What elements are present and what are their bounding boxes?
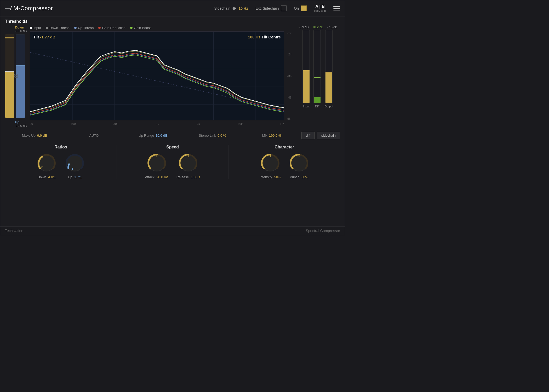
freq-300: 300: [113, 122, 118, 125]
intensity-knob-svg: [260, 153, 281, 173]
mix-val: 100.0 %: [269, 134, 282, 137]
intensity-item: Intensity 50%: [260, 153, 281, 179]
vu-input-group: Input: [302, 30, 310, 111]
thresholds-section: Thresholds Down -10.0 dB: [5, 19, 340, 128]
intensity-knob[interactable]: [260, 153, 281, 173]
vu-diff-marker: [314, 77, 321, 78]
diff-button[interactable]: diff: [301, 132, 315, 139]
db-label-4: -48: [287, 96, 291, 99]
menu-line-1: [333, 6, 340, 7]
ext-sidechain-checkbox[interactable]: [281, 5, 287, 11]
vu-diff-fill: [314, 97, 321, 103]
legend-gain-boost: Gain Boost: [130, 26, 151, 30]
vu-output-fill: [325, 72, 332, 103]
release-label-row: Release 1.00 s: [176, 175, 200, 179]
down-ratio-label: Down: [37, 175, 46, 179]
up-value: -12.0 dB: [15, 124, 27, 128]
legend-dot-up: [74, 27, 77, 29]
auto-group[interactable]: AUTO: [64, 134, 124, 137]
thresholds-row: Down -10.0 dB: [5, 25, 340, 128]
down-value: -10.0 dB: [15, 29, 27, 33]
attack-knob-svg: [147, 153, 167, 173]
stereo-link-label: Stereo Link: [199, 134, 216, 137]
bottom-controls: Make Up 0.0 dB AUTO Up Range 10.0 dB Ste…: [5, 129, 340, 142]
speed-group: Speed: [117, 145, 229, 179]
up-ratio-item: Up 1.7:1: [65, 153, 85, 179]
character-knobs-row: Intensity 50%: [260, 153, 309, 179]
header: —/ M-Compressor Sidechain HP 10 Hz Ext. …: [0, 0, 345, 16]
logo-area: —/ M-Compressor: [5, 5, 53, 12]
freq-3k: 3k: [197, 122, 200, 125]
spectrum-display-row: Tilt -1.77 dB 100 Hz Tilt Centre: [30, 31, 293, 120]
release-knob[interactable]: [178, 153, 198, 173]
up-ratio-val: 1.7:1: [74, 175, 82, 179]
ab-control[interactable]: A | B copy to B: [314, 4, 326, 12]
legend-row: Input Down Thresh Up Thresh Gain Re: [30, 25, 293, 30]
release-knob-svg: [178, 153, 198, 173]
attack-label: Attack: [145, 175, 155, 179]
diff-sidechain-buttons: diff sidechain: [301, 132, 340, 139]
makeup-label: Make Up: [22, 134, 36, 137]
up-ratio-label: Up: [68, 175, 72, 179]
up-ratio-knob[interactable]: [65, 153, 85, 173]
down-ratio-item: Down 4.0:1: [36, 153, 57, 179]
down-ratio-knob[interactable]: [36, 153, 57, 173]
mix-group: Mix 100.0 %: [242, 134, 301, 137]
app-title: M-Compressor: [13, 5, 53, 12]
down-ratio-knob-svg: [36, 153, 57, 173]
knobs-section: Ratios: [5, 142, 340, 181]
spectrum-canvas[interactable]: Tilt -1.77 dB 100 Hz Tilt Centre: [30, 31, 284, 120]
up-ratio-knob-svg: [65, 153, 85, 173]
freq-axis: 20 100 300 1k 3k 10k Hz: [30, 121, 293, 126]
ext-sidechain-control: Ext. Sidechain: [255, 5, 287, 11]
vu-tracks-row: Input Diff: [296, 30, 340, 111]
vu-output-label: Output: [324, 105, 333, 108]
attack-label-row: Attack 20.0 ms: [145, 175, 169, 179]
on-label: On: [294, 6, 299, 10]
down-threshold-slider[interactable]: [5, 34, 14, 118]
vu-diff-val: +0.2 dB: [312, 25, 323, 29]
sidechain-button[interactable]: sidechain: [317, 132, 340, 139]
threshold-slider-panel: Down -10.0 dB: [5, 25, 27, 128]
vu-input-fill: [303, 70, 310, 103]
vu-output-val: -7.5 dB: [327, 25, 337, 29]
vu-output-track: [325, 30, 333, 103]
menu-line-2: [333, 8, 340, 9]
speed-knobs-row: Attack 20.0 ms: [145, 153, 200, 179]
legend-dot-down: [46, 27, 48, 29]
on-led[interactable]: [301, 5, 307, 11]
menu-button[interactable]: [333, 6, 340, 10]
up-range-label: Up Range: [139, 134, 154, 137]
punch-knob[interactable]: [289, 153, 309, 173]
link-icon[interactable]: ⛓: [14, 74, 19, 79]
db-label-1: -12: [287, 31, 291, 34]
footer-brand: Techivation: [5, 229, 23, 233]
speed-title: Speed: [166, 145, 179, 149]
makeup-val: 0.0 dB: [37, 134, 47, 137]
down-ratio-label-row: Down 4.0:1: [37, 175, 56, 179]
up-range-group: Up Range 10.0 dB: [124, 134, 183, 137]
vu-meters-panel: -6.9 dB +0.2 dB -7.5 dB Input: [296, 25, 340, 111]
intensity-label-row: Intensity 50%: [260, 175, 281, 179]
punch-item: Punch 50%: [289, 153, 309, 179]
sidechain-hp-control[interactable]: Sidechain HP 10 Hz: [214, 6, 248, 10]
punch-val: 50%: [301, 175, 308, 179]
app-container: —/ M-Compressor Sidechain HP 10 Hz Ext. …: [0, 0, 345, 235]
legend-label-down: Down Thresh: [49, 26, 70, 30]
attack-item: Attack 20.0 ms: [145, 153, 169, 179]
legend-dot-gr: [98, 27, 101, 29]
vu-diff-track: [313, 30, 321, 103]
character-group: Character Intensit: [228, 145, 340, 179]
attack-knob[interactable]: [147, 153, 167, 173]
thresholds-label: Thresholds: [5, 19, 340, 24]
legend-label-input: Input: [33, 26, 41, 30]
on-control: On: [294, 5, 307, 11]
legend-dot-gb: [130, 27, 133, 29]
down-label: Down: [15, 25, 24, 29]
sidechain-hp-value: 10 Hz: [238, 6, 248, 10]
attack-val: 20.0 ms: [156, 175, 168, 179]
punch-knob-svg: [289, 153, 309, 173]
legend-label-gr: Gain Reduction: [102, 26, 125, 30]
sidechain-hp-label: Sidechain HP: [214, 6, 237, 10]
stereo-link-val: 0.0 %: [218, 134, 226, 137]
